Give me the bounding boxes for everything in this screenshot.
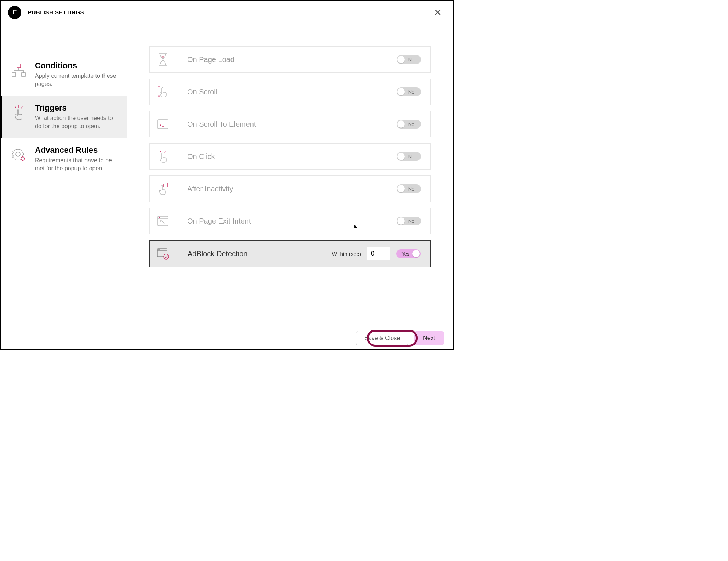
svg-rect-16 <box>159 217 160 218</box>
trigger-adblock-detection[interactable]: AdBlock Detection Within (sec) Yes <box>149 240 431 267</box>
elementor-logo: E <box>8 6 21 19</box>
svg-rect-7 <box>158 120 168 129</box>
trigger-label: On Page Load <box>176 55 397 64</box>
sidebar: Conditions Apply current template to the… <box>1 24 127 327</box>
svg-point-19 <box>158 249 159 250</box>
trigger-label: On Page Exit Intent <box>176 217 397 225</box>
toggle-on-page-exit-intent[interactable]: No <box>397 217 421 225</box>
advanced-title: Advanced Rules <box>35 145 118 155</box>
adblock-icon <box>150 241 176 267</box>
main-content: On Page Load No On Scroll No On Scroll T… <box>127 24 453 327</box>
within-sec-input[interactable] <box>367 247 390 260</box>
svg-rect-13 <box>163 184 168 187</box>
within-label: Within (sec) <box>332 251 361 257</box>
toggle-after-inactivity[interactable]: No <box>397 184 421 193</box>
trigger-on-scroll-to-element[interactable]: On Scroll To Element No <box>149 111 431 137</box>
trigger-label: On Scroll <box>176 88 397 96</box>
trigger-label: After Inactivity <box>176 185 397 193</box>
svg-line-4 <box>15 106 16 108</box>
close-button[interactable]: ✕ <box>430 6 445 19</box>
sidebar-item-triggers[interactable]: Triggers What action the user needs to d… <box>1 96 127 138</box>
conditions-title: Conditions <box>35 61 118 70</box>
advanced-rules-icon <box>9 145 28 164</box>
toggle-on-page-load[interactable]: No <box>397 55 421 64</box>
toggle-on-click[interactable]: No <box>397 152 421 161</box>
triggers-desc: What action the user needs to do for the… <box>35 114 118 131</box>
next-button[interactable]: Next <box>414 331 444 345</box>
svg-line-11 <box>160 151 161 153</box>
conditions-desc: Apply current template to these pages. <box>35 72 118 88</box>
trigger-on-scroll[interactable]: On Scroll No <box>149 79 431 105</box>
click-icon <box>150 144 176 169</box>
toggle-adblock-detection[interactable]: Yes <box>396 249 421 258</box>
svg-point-20 <box>159 249 160 250</box>
inactivity-icon <box>150 176 176 202</box>
svg-rect-1 <box>12 73 16 76</box>
sidebar-item-advanced[interactable]: Advanced Rules Requirements that have to… <box>1 138 127 180</box>
toggle-on-scroll-to-element[interactable]: No <box>397 120 421 129</box>
trigger-on-page-exit-intent[interactable]: On Page Exit Intent No <box>149 208 431 234</box>
trigger-on-click[interactable]: On Click No <box>149 143 431 170</box>
terminal-icon <box>150 111 176 137</box>
triggers-title: Triggers <box>35 103 118 113</box>
svg-point-21 <box>164 254 169 259</box>
svg-rect-0 <box>17 64 21 68</box>
svg-line-5 <box>21 106 22 108</box>
save-and-close-button[interactable]: Save & Close <box>356 331 408 345</box>
hourglass-icon <box>150 47 176 72</box>
conditions-icon <box>9 61 28 80</box>
page-title: PUBLISH SETTINGS <box>28 9 84 15</box>
scroll-icon <box>150 79 176 105</box>
svg-point-6 <box>16 152 20 156</box>
trigger-label: On Scroll To Element <box>176 120 397 129</box>
advanced-desc: Requirements that have to be met for the… <box>35 156 118 173</box>
trigger-label: On Click <box>176 152 397 161</box>
exit-intent-icon <box>150 208 176 234</box>
toggle-on-scroll[interactable]: No <box>397 87 421 96</box>
svg-line-12 <box>165 151 165 153</box>
trigger-after-inactivity[interactable]: After Inactivity No <box>149 175 431 202</box>
triggers-icon <box>9 103 28 122</box>
svg-rect-2 <box>22 73 25 76</box>
sidebar-item-conditions[interactable]: Conditions Apply current template to the… <box>1 54 127 96</box>
trigger-on-page-load[interactable]: On Page Load No <box>149 46 431 73</box>
footer: Save & Close Next <box>1 327 453 349</box>
trigger-label: AdBlock Detection <box>176 250 332 258</box>
